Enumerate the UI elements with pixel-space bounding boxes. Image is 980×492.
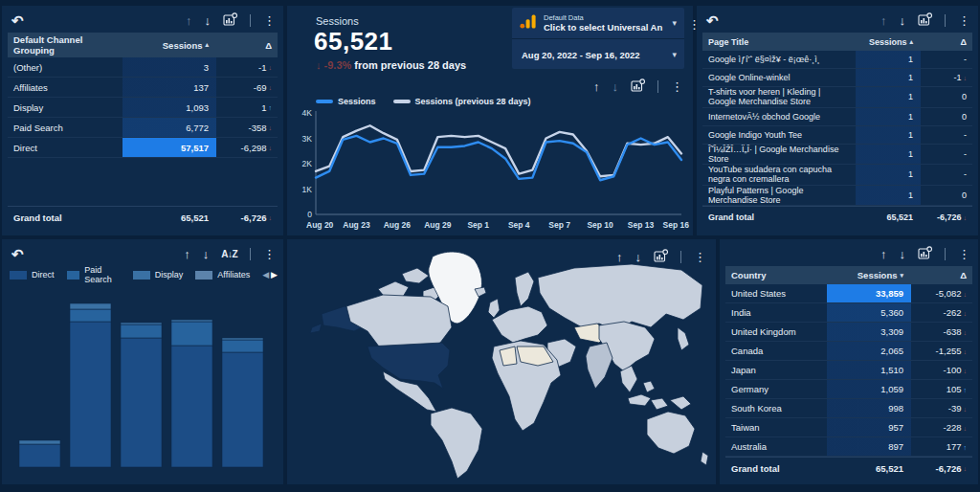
table-header[interactable]: Page TitleSessions▴Δ bbox=[702, 33, 972, 51]
bar-segment[interactable] bbox=[121, 324, 162, 338]
table-row[interactable]: InternetovÃ½ obchod Google10 bbox=[702, 108, 972, 126]
table-row[interactable]: Google Indigo Youth Tee1- bbox=[702, 126, 972, 145]
more-menu-icon[interactable]: ⋮ bbox=[671, 80, 683, 93]
table-row[interactable]: India5,360-262↓ bbox=[725, 303, 972, 323]
legend-item[interactable]: Display bbox=[133, 270, 184, 280]
table-row[interactable]: United States33,859-5,082↓ bbox=[725, 284, 972, 303]
time-series-chart[interactable]: 01K2K3K4KAug 20Aug 23Aug 26Aug 29Sep 1Se… bbox=[287, 107, 693, 234]
data-source-selector[interactable]: Default Data Click to select Universal A… bbox=[512, 8, 684, 38]
world-map[interactable] bbox=[287, 239, 716, 484]
table-row[interactable]: Australia897177↑ bbox=[725, 437, 972, 457]
move-up-icon[interactable]: ↑ bbox=[186, 14, 192, 27]
bar-segment[interactable] bbox=[222, 352, 263, 467]
table-row[interactable]: Î˜Î¼ÎŽÎ…Ï„Î· | Google Merchandise Store1… bbox=[702, 145, 972, 166]
bar-segment[interactable] bbox=[171, 322, 212, 346]
row-sessions: 137 bbox=[122, 78, 216, 97]
row-sessions: 1,093 bbox=[122, 98, 216, 117]
bar-segment[interactable] bbox=[19, 440, 60, 444]
bar-segment[interactable] bbox=[70, 322, 111, 467]
table-row[interactable]: Affiliates137-69↓ bbox=[8, 78, 278, 98]
move-down-icon[interactable]: ↓ bbox=[612, 80, 619, 93]
move-up-icon[interactable]: ↑ bbox=[184, 248, 190, 260]
table-row[interactable]: Taiwan957-228↓ bbox=[725, 418, 972, 437]
bar-segment[interactable] bbox=[121, 338, 162, 467]
down-arrow-icon: ↓ bbox=[964, 425, 968, 432]
move-up-icon[interactable]: ↑ bbox=[593, 80, 600, 93]
bar-segment[interactable] bbox=[121, 323, 162, 324]
bar-segment[interactable] bbox=[222, 338, 263, 340]
down-arrow-icon: ↓ bbox=[964, 406, 968, 413]
sort-az-icon[interactable]: A↓Z bbox=[221, 248, 237, 260]
move-down-icon[interactable]: ↓ bbox=[203, 248, 210, 260]
table-row[interactable]: South Korea998-39↓ bbox=[725, 399, 972, 418]
table-row[interactable]: Direct57,517-6,298↓ bbox=[8, 138, 278, 158]
legend-item[interactable]: Direct bbox=[10, 270, 55, 280]
panel-toolbar: ↶ ↑ ↓ ⋮ bbox=[11, 11, 276, 30]
table-row[interactable]: United Kingdom3,309-638↓ bbox=[725, 323, 972, 342]
table-row[interactable]: (Other)3-1↓ bbox=[8, 57, 278, 78]
more-menu-icon[interactable]: ⋮ bbox=[263, 14, 276, 27]
table-row[interactable]: Playful Patterns | Google Merchandise St… bbox=[702, 186, 972, 207]
row-delta: -6,726↓ bbox=[911, 461, 972, 476]
table-row[interactable]: Display1,0931↑ bbox=[8, 98, 278, 118]
svg-text:Sep 1: Sep 1 bbox=[467, 220, 489, 230]
row-delta: -638↓ bbox=[911, 324, 972, 339]
row-sessions: 33,859 bbox=[827, 284, 911, 302]
move-up-icon[interactable]: ↑ bbox=[880, 248, 887, 260]
more-menu-icon[interactable]: ⋮ bbox=[958, 14, 970, 27]
row-label: India bbox=[725, 305, 827, 320]
chart-type-icon[interactable] bbox=[654, 249, 668, 265]
country-table-panel: ↑ ↓ ⋮ CountrySessions▾ΔUnited States33,8… bbox=[720, 239, 978, 484]
move-down-icon[interactable]: ↓ bbox=[900, 14, 906, 27]
row-sessions: 1 bbox=[856, 51, 921, 68]
move-up-icon[interactable]: ↑ bbox=[880, 14, 887, 27]
divider bbox=[657, 80, 658, 93]
table-header[interactable]: CountrySessions▾Δ bbox=[725, 266, 972, 284]
table-row[interactable]: Canada2,065-1,255↓ bbox=[725, 342, 972, 361]
svg-text:Sep 4: Sep 4 bbox=[508, 220, 530, 230]
bar-segment[interactable] bbox=[70, 309, 111, 322]
move-down-icon[interactable]: ↓ bbox=[635, 251, 642, 263]
undo-icon[interactable]: ↶ bbox=[11, 248, 24, 260]
table-row[interactable]: Google ìƒí'ˆ ë§¤ìž¥ - ë¡œê·¸ì¸1- bbox=[702, 51, 972, 69]
move-down-icon[interactable]: ↓ bbox=[205, 14, 212, 27]
legend-item[interactable]: Paid Search bbox=[67, 265, 121, 284]
row-delta: - bbox=[921, 168, 972, 181]
row-delta: -6,726↓ bbox=[921, 211, 972, 224]
bar-segment[interactable] bbox=[222, 340, 263, 352]
legend-pager: ◀▶ bbox=[262, 270, 278, 280]
row-delta: 177↑ bbox=[911, 439, 972, 454]
table-header[interactable]: Default Channel GroupingSessions▴Δ bbox=[8, 33, 278, 57]
stacked-bar-chart[interactable] bbox=[2, 289, 283, 481]
undo-icon[interactable]: ↶ bbox=[706, 14, 719, 27]
chart-type-icon[interactable] bbox=[918, 246, 932, 262]
row-delta: - bbox=[921, 128, 972, 142]
undo-icon[interactable]: ↶ bbox=[11, 14, 24, 27]
bar-segment[interactable] bbox=[171, 320, 212, 322]
table-row[interactable]: Google Online-winkel1-1↓ bbox=[702, 69, 972, 87]
table-row[interactable]: Germany1,059105↑ bbox=[725, 380, 972, 399]
more-menu-icon[interactable]: ⋮ bbox=[694, 251, 706, 263]
chart-type-icon[interactable] bbox=[918, 12, 932, 29]
row-sessions: 1,059 bbox=[827, 380, 911, 398]
table-row[interactable]: T-shirts voor heren | Kleding | Google M… bbox=[702, 87, 972, 108]
table-row[interactable]: Japan1,510-100↓ bbox=[725, 361, 972, 380]
bar-segment[interactable] bbox=[171, 346, 212, 467]
more-menu-icon[interactable]: ⋮ bbox=[263, 248, 276, 260]
row-label: Australia bbox=[725, 439, 827, 454]
row-sessions: 1 bbox=[856, 87, 921, 107]
table-row[interactable]: Paid Search6,772-358↓ bbox=[8, 118, 278, 138]
move-up-icon[interactable]: ↑ bbox=[616, 251, 623, 263]
row-delta: 105↑ bbox=[911, 382, 972, 396]
legend-prev-icon[interactable]: ◀ bbox=[262, 270, 269, 280]
table-row[interactable]: YouTube sudadera con capucha negra con c… bbox=[702, 165, 972, 186]
bar-segment[interactable] bbox=[70, 303, 111, 309]
chart-type-icon[interactable] bbox=[631, 78, 645, 95]
more-menu-icon[interactable]: ⋮ bbox=[958, 248, 970, 260]
date-range-selector[interactable]: Aug 20, 2022 - Sep 16, 2022 ▾ bbox=[512, 38, 684, 70]
legend-item[interactable]: Affiliates bbox=[195, 270, 250, 280]
legend-next-icon[interactable]: ▶ bbox=[271, 270, 278, 280]
move-down-icon[interactable]: ↓ bbox=[900, 248, 906, 260]
chart-type-icon[interactable] bbox=[223, 12, 237, 29]
bar-segment[interactable] bbox=[19, 444, 60, 467]
